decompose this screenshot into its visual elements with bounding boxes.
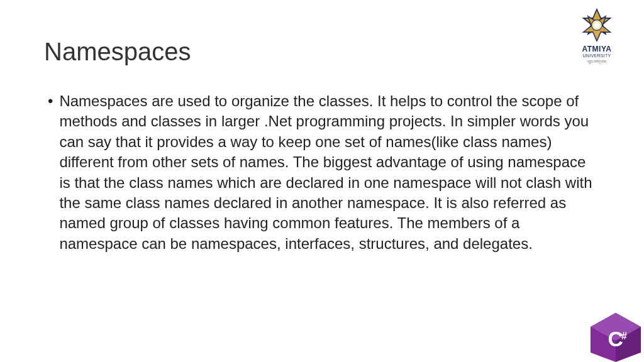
page-title: Namespaces [44,38,600,66]
logo-subtitle: UNIVERSITY [569,53,625,58]
csharp-logo-icon: C # [587,312,644,362]
bullet-item: • Namespaces are used to organize the cl… [44,91,600,254]
slide-content: • Namespaces are used to organize the cl… [44,91,600,254]
logo-title: ATMIYA [569,45,625,53]
svg-point-3 [594,23,600,28]
university-logo: ATMIYA UNIVERSITY मुदृढ सर्वमुत्तमम् [569,8,625,64]
logo-tagline: मुदृढ सर्वमुत्तमम् [569,60,625,64]
slide-container: ATMIYA UNIVERSITY मुदृढ सर्वमुत्तमम् Nam… [0,0,644,362]
bullet-text: Namespaces are used to organize the clas… [59,91,600,254]
bullet-marker: • [48,91,53,111]
svg-text:#: # [621,331,627,341]
star-badge-icon [579,8,614,43]
